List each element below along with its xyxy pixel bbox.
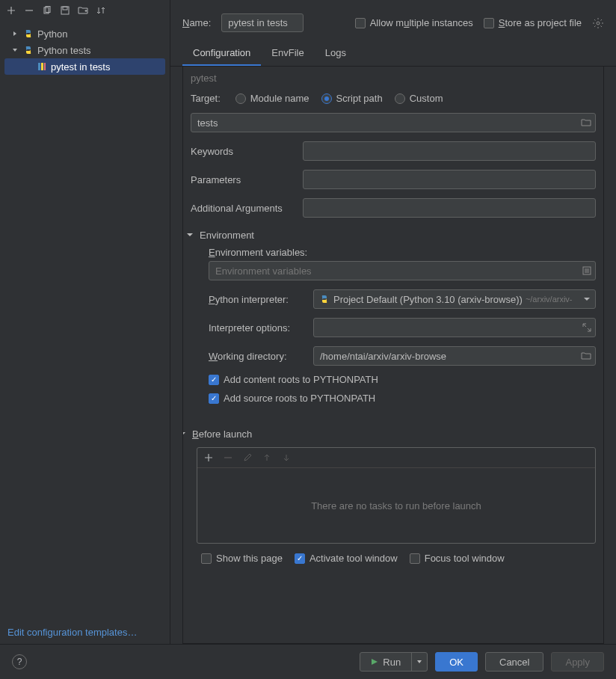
additional-args-row: Additional Arguments <box>183 194 603 222</box>
checkbox-icon <box>410 553 420 564</box>
tab-envfile[interactable]: EnvFile <box>261 41 314 66</box>
name-label: Name: <box>182 17 211 28</box>
name-input[interactable] <box>221 13 304 32</box>
svg-rect-5 <box>41 63 43 70</box>
target-row: Target: Module name Script path Custom <box>183 88 603 108</box>
interpreter-label: Python interpreter: <box>209 294 306 305</box>
checkbox-icon <box>355 18 366 28</box>
add-icon[interactable] <box>202 451 215 464</box>
expand-icon[interactable] <box>582 323 591 332</box>
tree-label: Python tests <box>37 45 91 56</box>
keywords-input[interactable] <box>303 141 596 161</box>
apply-button: Apply <box>551 652 604 672</box>
content-roots-checkbox[interactable]: Add content roots to PYTHONPATH <box>209 374 378 385</box>
source-roots-checkbox[interactable]: Add source roots to PYTHONPATH <box>209 393 375 404</box>
radio-module-name[interactable]: Module name <box>235 93 309 104</box>
chevron-down-icon <box>186 231 195 240</box>
env-vars-input[interactable] <box>209 261 596 280</box>
copy-icon[interactable] <box>40 4 54 17</box>
keywords-row: Keywords <box>183 137 603 165</box>
run-button[interactable]: Run <box>360 652 428 672</box>
python-icon <box>318 293 330 305</box>
radio-custom[interactable]: Custom <box>395 93 443 104</box>
parameters-label: Parameters <box>191 174 295 185</box>
folder-icon[interactable] <box>581 351 591 360</box>
cancel-button[interactable]: Cancel <box>485 652 543 672</box>
parameters-row: Parameters <box>183 165 603 194</box>
svg-rect-6 <box>44 63 46 70</box>
footer-checks: Show this page Activate tool window Focu… <box>183 544 603 567</box>
folder-icon[interactable] <box>581 118 591 127</box>
workdir-input[interactable] <box>313 346 596 366</box>
tree-item-python-tests[interactable]: Python tests <box>0 42 170 58</box>
add-icon[interactable] <box>4 4 18 17</box>
tree-item-python[interactable]: Python <box>0 25 170 42</box>
allow-multiple-checkbox[interactable]: Allow multiple instances <box>355 17 473 28</box>
checkbox-icon <box>209 393 219 404</box>
help-button[interactable]: ? <box>12 654 27 669</box>
parameters-input[interactable] <box>303 170 596 189</box>
svg-point-7 <box>597 22 600 25</box>
workdir-row: Working directory: <box>201 342 603 370</box>
interp-options-label: Interpreter options: <box>209 322 306 334</box>
gear-icon[interactable] <box>592 17 604 29</box>
edit-templates-link[interactable]: Edit configuration templates… <box>7 627 137 638</box>
bottom-bar: ? Run OK Cancel Apply <box>0 644 616 679</box>
ok-button[interactable]: OK <box>435 652 478 672</box>
config-tree: Python Python tests pytest in tests <box>0 21 170 621</box>
target-label: Target: <box>191 93 221 104</box>
folder-icon[interactable] <box>76 4 90 17</box>
before-launch-empty: There are no tasks to run before launch <box>197 468 595 543</box>
down-icon <box>280 451 293 464</box>
save-icon[interactable] <box>58 4 72 17</box>
content-panel: Name: Allow multiple instances Store as … <box>170 0 616 644</box>
checkbox-icon <box>295 553 305 564</box>
chevron-right-icon <box>10 29 19 38</box>
tab-configuration[interactable]: Configuration <box>182 41 261 66</box>
tree-label: Python <box>37 28 67 40</box>
before-launch-box: There are no tasks to run before launch <box>197 447 596 544</box>
edit-icon <box>241 451 254 464</box>
radio-script-path[interactable]: Script path <box>321 93 383 104</box>
env-vars-label: Environment variables: <box>201 244 603 261</box>
checkbox-icon <box>201 553 212 564</box>
svg-rect-4 <box>38 63 40 70</box>
target-input[interactable] <box>191 113 596 132</box>
additional-args-input[interactable] <box>303 198 596 218</box>
show-page-checkbox[interactable]: Show this page <box>201 553 283 564</box>
pytest-icon <box>36 61 48 73</box>
sort-icon[interactable] <box>94 4 108 17</box>
focus-tool-checkbox[interactable]: Focus tool window <box>410 553 505 564</box>
chevron-down-icon <box>10 46 19 55</box>
sidebar-toolbar <box>0 0 170 21</box>
checkbox-icon <box>209 375 219 385</box>
list-icon[interactable] <box>582 266 591 275</box>
tree-item-pytest-in-tests[interactable]: pytest in tests <box>4 58 165 75</box>
remove-icon[interactable] <box>22 4 36 17</box>
sidebar: Python Python tests pytest in tests Edit… <box>0 0 170 644</box>
environment-section-header[interactable]: Environment <box>183 222 603 244</box>
remove-icon <box>221 451 235 464</box>
keywords-label: Keywords <box>191 146 295 157</box>
before-launch-header[interactable]: Before launch <box>182 421 603 443</box>
interpreter-select[interactable]: Project Default (Python 3.10 (arxiv-brow… <box>313 289 596 309</box>
play-icon <box>371 658 378 666</box>
header-row: Name: Allow multiple instances Store as … <box>170 0 616 41</box>
before-launch-toolbar <box>197 448 595 468</box>
tabs: Configuration EnvFile Logs <box>170 41 616 67</box>
svg-rect-3 <box>63 7 67 10</box>
store-project-checkbox[interactable]: Store as project file <box>484 17 582 28</box>
tab-logs[interactable]: Logs <box>315 41 357 66</box>
interpreter-row: Python interpreter: Project Default (Pyt… <box>201 285 603 313</box>
tree-label: pytest in tests <box>51 61 110 73</box>
interp-options-input[interactable] <box>313 318 596 337</box>
python-icon <box>22 44 34 56</box>
chevron-down-icon <box>182 430 188 439</box>
run-dropdown[interactable] <box>412 653 427 671</box>
up-icon <box>260 451 274 464</box>
pytest-title: pytest <box>183 67 603 88</box>
interp-options-row: Interpreter options: <box>201 313 603 342</box>
target-input-row <box>183 108 603 137</box>
form-panel: pytest Target: Module name Script path C… <box>182 67 604 644</box>
activate-tool-checkbox[interactable]: Activate tool window <box>295 553 398 564</box>
